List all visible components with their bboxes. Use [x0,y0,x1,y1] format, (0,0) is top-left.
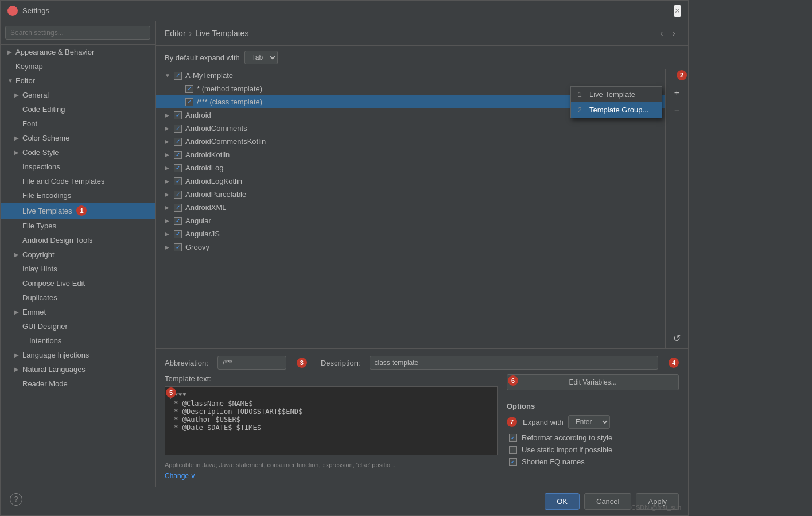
settings-dialog: Settings × ▶ Appearance & Behavior Keyma… [0,0,689,516]
sidebar-item-gui-designer[interactable]: GUI Designer [1,319,155,333]
checkbox-method[interactable] [185,85,193,93]
sidebar-item-file-types[interactable]: File Types [1,219,155,233]
expand-with-options-select[interactable]: Enter Tab Space [568,415,610,429]
sidebar-item-compose-live-edit[interactable]: Compose Live Edit [1,276,155,290]
add-button[interactable]: + [669,85,685,101]
edit-variables-button[interactable]: Edit Variables... [507,374,679,390]
change-link[interactable]: Change ∨ [165,472,196,480]
help-button[interactable]: ? [10,493,22,506]
sidebar-label-file-types: File Types [22,222,56,230]
group-android-kotlin[interactable]: ▶ AndroidKotlin [156,148,665,161]
search-input[interactable] [5,26,150,40]
sidebar-label-reader-mode: Reader Mode [22,379,68,388]
sidebar-item-keymap[interactable]: Keymap [1,59,155,73]
sidebar-item-font[interactable]: Font [1,117,155,131]
checkbox-android-parcelable[interactable] [174,191,182,199]
ok-button[interactable]: OK [545,493,580,510]
sidebar-label-editor: Editor [15,76,35,85]
sidebar-item-code-style[interactable]: ▶ Code Style [1,145,155,160]
group-a-my-template[interactable]: ▼ A-MyTemplate [156,69,665,82]
remove-button[interactable]: − [669,102,685,118]
sidebar-label-gui-designer: GUI Designer [22,322,68,331]
checkbox-android-log-kotlin[interactable] [174,177,182,185]
options-label: Options [507,402,679,410]
group-label-android-parcelable: AndroidParcelable [185,190,246,199]
checkbox-reformat[interactable] [509,434,517,442]
sidebar-item-inspections[interactable]: Inspections [1,160,155,174]
checkbox-android-log[interactable] [174,164,182,172]
change-container: Change ∨ [165,471,498,480]
nav-forward-button[interactable]: › [669,27,679,40]
dropdown-label-live-template: Live Template [589,90,635,99]
chevron-down-icon: ▼ [7,77,13,84]
checkbox-android[interactable] [174,111,182,119]
nav-back-button[interactable]: ‹ [656,27,666,40]
chevron-right-ap: ▶ [165,191,170,197]
sidebar-item-editor[interactable]: ▼ Editor [1,73,155,88]
checkbox-android-kotlin[interactable] [174,151,182,159]
reset-button[interactable]: ↺ [669,330,685,346]
sidebar-label-font: Font [22,119,37,128]
sidebar-item-duplicates[interactable]: Duplicates [1,290,155,305]
checkbox-angular[interactable] [174,217,182,225]
breadcrumb: Editor › Live Templates [165,29,248,38]
chevron-right-android: ▶ [165,112,170,118]
sidebar-item-appearance[interactable]: ▶ Appearance & Behavior [1,45,155,59]
group-angular-js[interactable]: ▶ AngularJS [156,227,665,240]
abbreviation-input[interactable] [217,356,286,370]
group-android-xml[interactable]: ▶ AndroidXML [156,201,665,214]
sidebar-item-code-editing[interactable]: Code Editing [1,102,155,117]
checkbox-static-import[interactable] [509,446,517,454]
dropdown-template-group[interactable]: 2 Template Group... [571,102,662,118]
checkbox-android-comments[interactable] [174,125,182,133]
sidebar-item-general[interactable]: ▶ General [1,88,155,102]
group-angular[interactable]: ▶ Angular [156,214,665,227]
checkbox-android-comments-kotlin[interactable] [174,138,182,146]
chevron-right-emmet: ▶ [14,309,20,315]
sidebar-item-reader-mode[interactable]: Reader Mode [1,377,155,391]
chevron-right-color: ▶ [14,135,20,141]
breadcrumb-editor: Editor [165,29,186,38]
add-dropdown-menu: 1 Live Template 2 Template Group... [570,86,662,118]
expand-with-select[interactable]: Tab [244,51,278,64]
template-text-area[interactable]: /*** * @ClassName $NAME$ * @Description … [165,386,498,455]
sidebar-item-inlay-hints[interactable]: Inlay Hints [1,262,155,276]
checkbox-android-xml[interactable] [174,204,182,212]
checkbox-a-my-template[interactable] [174,72,182,80]
sidebar-item-file-encodings[interactable]: File Encodings [1,188,155,203]
bottom-details-row: Template text: /*** * @ClassName $NAME$ … [165,374,679,480]
cancel-button[interactable]: Cancel [584,493,631,510]
sidebar-item-copyright[interactable]: ▶ Copyright [1,247,155,262]
sidebar-item-natural-languages[interactable]: ▶ Natural Languages [1,362,155,377]
group-groovy[interactable]: ▶ Groovy [156,240,665,254]
checkbox-class[interactable] [185,98,193,106]
group-android-comments-kotlin[interactable]: ▶ AndroidCommentsKotlin [156,135,665,148]
sidebar-label-android-design-tools: Android Design Tools [22,236,93,245]
dropdown-label-template-group: Template Group... [589,106,648,114]
group-android-parcelable[interactable]: ▶ AndroidParcelable [156,188,665,201]
sidebar-item-color-scheme[interactable]: ▶ Color Scheme [1,131,155,145]
sidebar-item-file-code-templates[interactable]: File and Code Templates [1,174,155,188]
group-label-angular-js: AngularJS [185,230,220,238]
checkbox-shorten-fq[interactable] [509,458,517,466]
chevron-right-alk: ▶ [165,178,170,184]
sidebar-label-language-injections: Language Injections [22,351,89,359]
right-options: Edit Variables... 6 Options 7 Expand wit… [507,374,679,480]
close-button[interactable]: × [674,5,681,17]
checkbox-angular-js[interactable] [174,230,182,238]
sidebar-item-emmet[interactable]: ▶ Emmet [1,305,155,319]
dropdown-live-template[interactable]: 1 Live Template [571,87,662,102]
group-android-log[interactable]: ▶ AndroidLog [156,161,665,174]
checkbox-reformat-row: Reformat according to style [507,433,679,442]
sidebar-item-language-injections[interactable]: ▶ Language Injections [1,348,155,362]
breadcrumb-separator: › [189,29,192,38]
sidebar-item-android-design-tools[interactable]: Android Design Tools [1,233,155,247]
group-android-comments[interactable]: ▶ AndroidComments [156,122,665,135]
description-input[interactable] [370,356,658,370]
group-android-log-kotlin[interactable]: ▶ AndroidLogKotlin [156,174,665,188]
sidebar-item-intentions[interactable]: Intentions [1,333,155,348]
sidebar-item-live-templates[interactable]: Live Templates 1 [1,203,155,219]
chevron-right-icon-general: ▶ [14,92,20,98]
chevron-right-ac: ▶ [165,125,170,131]
checkbox-groovy[interactable] [174,243,182,251]
